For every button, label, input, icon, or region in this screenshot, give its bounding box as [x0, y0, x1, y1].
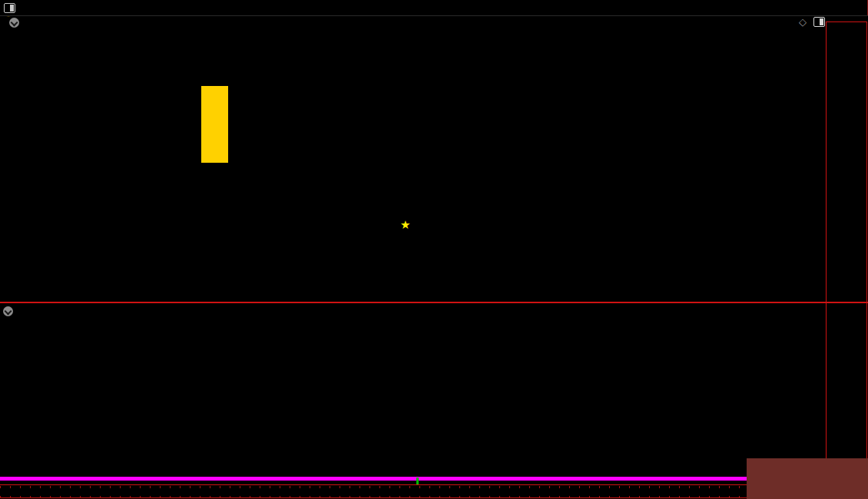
chevron-down-icon[interactable] — [9, 18, 19, 28]
diamond-icon[interactable]: ◇ — [799, 17, 807, 27]
panel-separator — [0, 302, 868, 303]
timeline-ticks-bottom — [0, 496, 866, 498]
axis-right-border — [866, 21, 867, 484]
green-tick-mark — [416, 478, 419, 484]
chart-title-row — [4, 16, 25, 29]
yellow-overlay-rect — [201, 86, 228, 163]
main-price-chart[interactable] — [0, 21, 826, 301]
top-menu-bar — [0, 0, 868, 16]
split-window-icon[interactable] — [4, 3, 15, 13]
timeline-strip[interactable] — [0, 485, 868, 499]
star-icon: ★ — [400, 218, 410, 232]
axis-left-border — [826, 21, 827, 484]
split-pane-icon[interactable] — [813, 17, 825, 27]
timeline-ticks-top — [0, 486, 866, 488]
trading-app-window: ◇ ★ ↑ $ — [0, 0, 868, 499]
sub-panel-title-row — [3, 305, 26, 317]
chevron-down-icon[interactable] — [3, 306, 13, 316]
chart-corner-icons: ◇ — [799, 17, 825, 27]
indicator-baseline — [0, 477, 826, 481]
watermark-box — [747, 458, 868, 499]
axis-top-border — [826, 21, 867, 22]
